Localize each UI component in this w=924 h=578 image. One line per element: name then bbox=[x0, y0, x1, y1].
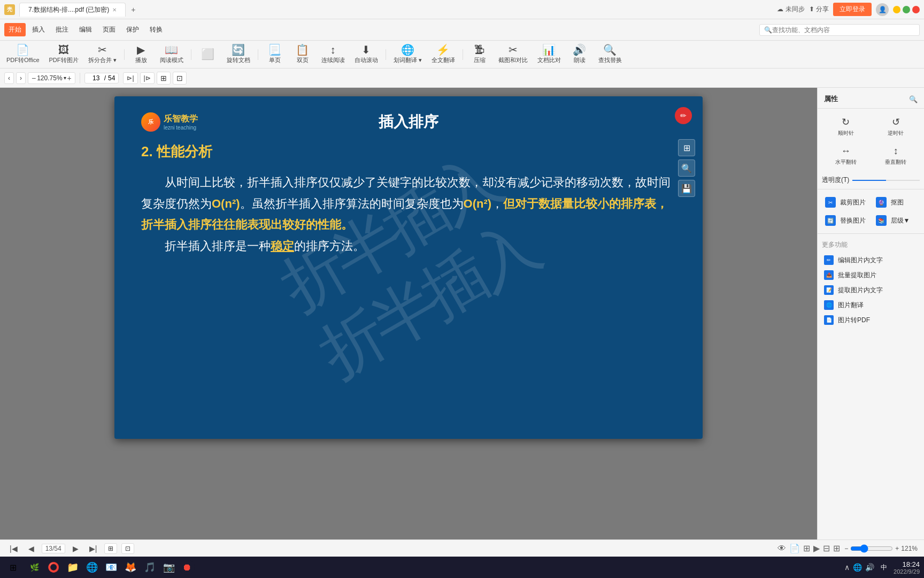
fit-page-icon[interactable]: 📄 bbox=[789, 543, 800, 553]
menu-edit[interactable]: 编辑 bbox=[75, 23, 96, 36]
replace-image-button[interactable]: 🔄 替换图片 bbox=[821, 212, 871, 229]
toolbar-search-box[interactable]: 🔍 bbox=[759, 24, 920, 36]
login-button[interactable]: 立即登录 bbox=[833, 3, 872, 16]
replace-img-label: 替换图片 bbox=[840, 216, 866, 225]
menu-protect[interactable]: 保护 bbox=[122, 23, 143, 36]
close-button[interactable] bbox=[912, 6, 920, 13]
extract-image-text-button[interactable]: 📝 提取图片内文字 bbox=[822, 283, 920, 298]
play-view-icon[interactable]: ▶ bbox=[813, 543, 820, 553]
tool-full-translate[interactable]: ⚡ 全文翻译 bbox=[427, 42, 459, 66]
tool-find-replace[interactable]: 🔍 查找替换 bbox=[594, 42, 626, 66]
page-view-icon[interactable]: ⊞ bbox=[803, 543, 810, 553]
tool-translate[interactable]: 🌐 划词翻译 ▾ bbox=[389, 42, 426, 66]
zoom-out-button[interactable]: − bbox=[32, 74, 36, 82]
share-btn[interactable]: ⬆ 分享 bbox=[809, 5, 829, 14]
grid-view-icon-1[interactable]: ⊟ bbox=[823, 543, 830, 553]
tool-double-page[interactable]: 📋 双页 bbox=[289, 42, 316, 66]
taskbar-app-folder[interactable]: 📁 bbox=[64, 559, 81, 576]
zoom-slider[interactable] bbox=[850, 544, 893, 553]
tool-compress[interactable]: 🗜 压缩 bbox=[466, 42, 493, 66]
minimize-button[interactable] bbox=[893, 6, 900, 13]
tray-network-icon[interactable]: 🌐 bbox=[853, 563, 862, 572]
fit-width-button[interactable]: ⊡ bbox=[173, 72, 187, 85]
pdf-viewer[interactable]: 折半插入折半插入 ✏ ⊞ 🔍 💾 乐 乐智教学 lezni teaching bbox=[0, 88, 817, 539]
tool-read-aloud[interactable]: 🔊 朗读 bbox=[566, 42, 593, 66]
taskbar-app-daoke[interactable]: 🌿 bbox=[26, 559, 43, 576]
start-menu-button[interactable]: ⊞ bbox=[4, 559, 21, 576]
tool-select-rect[interactable]: ⬜ bbox=[195, 47, 221, 63]
opacity-slider-track[interactable] bbox=[852, 180, 920, 181]
user-avatar[interactable]: 👤 bbox=[876, 3, 889, 16]
pdf-page-title: 插入排序 bbox=[379, 112, 438, 132]
flip-horizontal-button[interactable]: ↔ 水平翻转 bbox=[822, 142, 870, 169]
tool-split-merge[interactable]: ✂ 拆分合并 ▾ bbox=[84, 42, 121, 66]
taskbar-app-circle[interactable]: ⭕ bbox=[45, 559, 62, 576]
tool-play[interactable]: ▶ 播放 bbox=[128, 42, 155, 66]
tool-rotate-doc[interactable]: 🔄 旋转文档 bbox=[222, 42, 255, 66]
search-icon: 🔍 bbox=[764, 26, 772, 34]
fit-page-button[interactable]: ⊞ bbox=[157, 72, 171, 85]
grid-view-icon-2[interactable]: ⊞ bbox=[833, 543, 840, 553]
go-last-button[interactable]: ▶| bbox=[86, 543, 101, 554]
visibility-icon[interactable]: 👁 bbox=[777, 544, 786, 553]
last-page-button[interactable]: |⊳ bbox=[140, 72, 155, 84]
tool-auto-scroll[interactable]: ⬇ 自动滚动 bbox=[350, 42, 382, 66]
tab-pdf[interactable]: 7.数据结构-排....pdf (已加密) ✕ bbox=[19, 3, 126, 17]
toolbar-search-input[interactable] bbox=[772, 26, 915, 34]
menu-start[interactable]: 开始 bbox=[4, 23, 26, 36]
crop-image-button[interactable]: ✂ 裁剪图片 bbox=[821, 194, 871, 211]
first-page-button[interactable]: ⊳| bbox=[123, 72, 137, 84]
tab-close-icon[interactable]: ✕ bbox=[112, 7, 117, 13]
menu-annotate[interactable]: 批注 bbox=[51, 23, 73, 36]
layer-button[interactable]: 📚 层级▼ bbox=[872, 212, 921, 229]
page-number-input[interactable] bbox=[88, 74, 104, 82]
prev-page-button[interactable]: ‹ bbox=[4, 72, 14, 84]
rotate-clockwise-button[interactable]: ↻ 顺时针 bbox=[822, 113, 870, 140]
edit-image-button[interactable]: ✏ bbox=[675, 107, 692, 124]
rotate-counterclockwise-button[interactable]: ↺ 逆时针 bbox=[872, 113, 920, 140]
taskbar-app-camera[interactable]: 📷 bbox=[160, 559, 178, 576]
zoom-in-panel-button[interactable]: 🔍 bbox=[678, 159, 695, 177]
zoom-minus-icon[interactable]: − bbox=[844, 545, 848, 552]
expand-panel-button[interactable]: ⊞ bbox=[678, 139, 695, 156]
menu-insert[interactable]: 插入 bbox=[28, 23, 49, 36]
tool-screenshot-compare[interactable]: ✂ 截图和对比 bbox=[494, 42, 532, 66]
batch-extract-images-button[interactable]: 📤 批量提取图片 bbox=[822, 268, 920, 283]
panel-search-icon[interactable]: 🔍 bbox=[909, 95, 918, 103]
edit-image-text-button[interactable]: ✏ 编辑图片内文字 bbox=[822, 253, 920, 268]
new-tab-button[interactable]: + bbox=[127, 3, 140, 16]
go-next-button[interactable]: ▶ bbox=[70, 543, 82, 554]
tray-volume-icon[interactable]: 🔊 bbox=[865, 563, 874, 572]
zoom-dropdown-icon[interactable]: ▾ bbox=[64, 75, 66, 81]
language-indicator[interactable]: 中 bbox=[879, 562, 889, 573]
tool-doc-compare[interactable]: 📊 文档比对 bbox=[533, 42, 565, 66]
tool-pdf-to-image[interactable]: 🖼 PDF转图片 bbox=[45, 42, 83, 66]
next-page-button[interactable]: › bbox=[16, 72, 26, 84]
tray-expand-icon[interactable]: ∧ bbox=[844, 563, 850, 572]
taskbar-app-edge[interactable]: 🌐 bbox=[83, 559, 101, 576]
menu-convert[interactable]: 转换 bbox=[145, 23, 167, 36]
flip-vertical-button[interactable]: ↕ 垂直翻转 bbox=[872, 142, 920, 169]
expand-page-button[interactable]: ⊞ bbox=[104, 543, 117, 554]
tool-pdf-to-office[interactable]: 📄 PDF转Office bbox=[2, 42, 44, 66]
go-prev-button[interactable]: ◀ bbox=[25, 543, 37, 554]
tool-reading-mode[interactable]: 📖 阅读模式 bbox=[156, 42, 188, 66]
tool-continuous[interactable]: ↕ 连续阅读 bbox=[317, 42, 349, 66]
image-to-pdf-button[interactable]: 📄 图片转PDF bbox=[822, 313, 920, 328]
taskbar-app-firefox[interactable]: 🦊 bbox=[122, 559, 139, 576]
zoom-box[interactable]: − 120.75% ▾ + bbox=[28, 72, 75, 84]
shrink-page-button[interactable]: ⊡ bbox=[121, 543, 134, 554]
taskbar-app-media[interactable]: 🎵 bbox=[141, 559, 158, 576]
system-clock[interactable]: 18:24 2022/9/29 bbox=[894, 560, 920, 575]
zoom-in-button[interactable]: + bbox=[67, 74, 72, 82]
tool-single-page[interactable]: 📃 单页 bbox=[261, 42, 288, 66]
remove-bg-button[interactable]: 🔮 抠图 bbox=[872, 194, 921, 211]
menu-page[interactable]: 页面 bbox=[98, 23, 120, 36]
zoom-plus-icon[interactable]: + bbox=[895, 545, 899, 552]
taskbar-app-record[interactable]: ⏺ bbox=[180, 560, 195, 575]
save-panel-button[interactable]: 💾 bbox=[678, 180, 695, 197]
maximize-button[interactable] bbox=[903, 6, 910, 13]
image-translate-button[interactable]: 🌐 图片翻译 bbox=[822, 298, 920, 313]
go-first-button[interactable]: |◀ bbox=[6, 543, 21, 554]
taskbar-app-mail[interactable]: 📧 bbox=[103, 559, 120, 576]
